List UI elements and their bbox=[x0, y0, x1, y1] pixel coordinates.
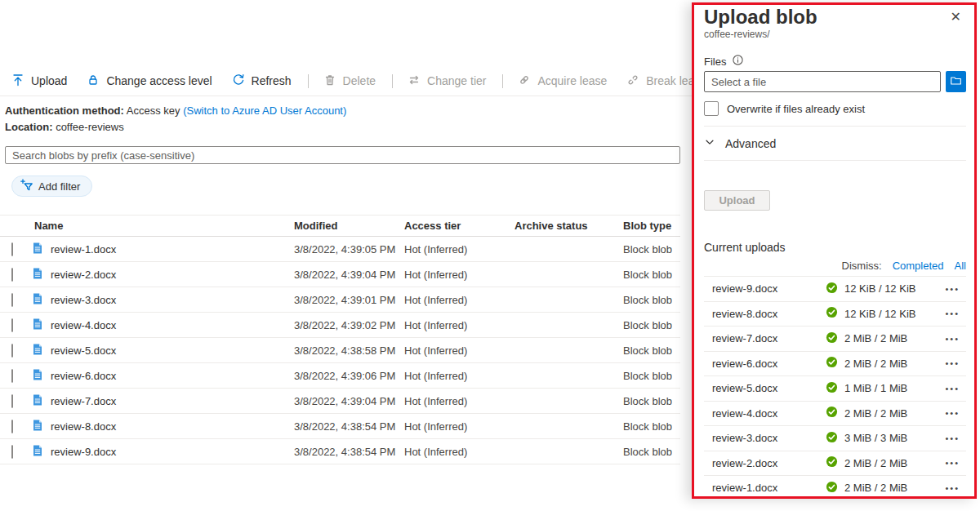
upload-list-item[interactable]: review-2.docx 2 MiB / 2 MiB ••• bbox=[704, 451, 966, 476]
upload-list-item[interactable]: review-1.docx 2 MiB / 2 MiB ••• bbox=[704, 475, 966, 499]
break-lease-button[interactable]: Break lease bbox=[626, 73, 693, 89]
toolbar-item-label: Change tier bbox=[427, 74, 486, 87]
document-icon bbox=[31, 267, 44, 282]
swap-arrows-icon bbox=[408, 73, 421, 89]
row-checkbox[interactable] bbox=[11, 242, 13, 256]
row-checkbox[interactable] bbox=[11, 420, 13, 433]
blob-name[interactable]: review-2.docx bbox=[51, 269, 116, 281]
upload-list-item[interactable]: review-9.docx 12 KiB / 12 KiB ••• bbox=[704, 276, 966, 301]
browse-files-button[interactable] bbox=[946, 71, 966, 92]
close-icon[interactable]: ✕ bbox=[946, 7, 966, 28]
blob-modified: 3/8/2022, 4:39:05 PM bbox=[294, 243, 404, 256]
success-check-icon bbox=[826, 356, 838, 371]
blob-name[interactable]: review-7.docx bbox=[51, 395, 116, 407]
delete-button[interactable]: Delete bbox=[323, 73, 376, 89]
blob-access-tier: Hot (Inferred) bbox=[404, 420, 514, 433]
blob-name[interactable]: review-9.docx bbox=[51, 446, 116, 458]
upload-list-item[interactable]: review-8.docx 12 KiB / 12 KiB ••• bbox=[704, 301, 966, 327]
upload-file-name: review-2.docx bbox=[704, 457, 826, 469]
upload-progress: 12 KiB / 12 KiB bbox=[844, 308, 915, 320]
switch-auth-link[interactable]: (Switch to Azure AD User Account) bbox=[183, 104, 346, 117]
toolbar-item-label: Change access level bbox=[106, 74, 212, 87]
upload-list-item[interactable]: review-6.docx 2 MiB / 2 MiB ••• bbox=[704, 351, 966, 376]
upload-list-item[interactable]: review-4.docx 2 MiB / 2 MiB ••• bbox=[704, 401, 966, 426]
column-header-blob-type[interactable]: Blob type bbox=[623, 220, 680, 232]
table-row[interactable]: review-7.docx 3/8/2022, 4:39:04 PM Hot (… bbox=[0, 389, 680, 414]
current-uploads-title: Current uploads bbox=[704, 240, 966, 255]
blob-modified: 3/8/2022, 4:39:04 PM bbox=[294, 395, 404, 407]
upload-file-name: review-8.docx bbox=[704, 308, 826, 320]
table-row[interactable]: review-2.docx 3/8/2022, 4:39:04 PM Hot (… bbox=[0, 262, 680, 287]
blob-name[interactable]: review-4.docx bbox=[51, 319, 116, 331]
column-header-modified[interactable]: Modified bbox=[294, 220, 404, 232]
blob-table-body: review-1.docx 3/8/2022, 4:39:05 PM Hot (… bbox=[0, 237, 680, 464]
dismiss-all-link[interactable]: All bbox=[955, 260, 966, 273]
table-row[interactable]: review-1.docx 3/8/2022, 4:39:05 PM Hot (… bbox=[0, 237, 680, 262]
table-row[interactable]: review-8.docx 3/8/2022, 4:38:54 PM Hot (… bbox=[0, 414, 680, 439]
upload-list-item[interactable]: review-3.docx 3 MiB / 3 MiB ••• bbox=[704, 425, 966, 451]
more-options-icon[interactable]: ••• bbox=[945, 426, 960, 451]
success-check-icon bbox=[826, 381, 838, 396]
toolbar-separator bbox=[392, 74, 393, 88]
more-options-icon[interactable]: ••• bbox=[945, 301, 960, 326]
add-filter-button[interactable]: Add filter bbox=[11, 176, 92, 197]
table-row[interactable]: review-5.docx 3/8/2022, 4:38:58 PM Hot (… bbox=[0, 338, 680, 363]
blob-name[interactable]: review-3.docx bbox=[51, 294, 116, 306]
blob-access-tier: Hot (Inferred) bbox=[404, 294, 514, 306]
table-row[interactable]: review-4.docx 3/8/2022, 4:39:02 PM Hot (… bbox=[0, 313, 680, 338]
blob-name[interactable]: review-1.docx bbox=[51, 243, 116, 256]
more-options-icon[interactable]: ••• bbox=[945, 327, 960, 351]
file-select-input[interactable] bbox=[704, 71, 941, 92]
blob-name[interactable]: review-5.docx bbox=[51, 344, 116, 357]
toolbar-divider bbox=[0, 96, 693, 96]
row-checkbox[interactable] bbox=[11, 394, 13, 408]
acquire-lease-button[interactable]: Acquire lease bbox=[518, 73, 607, 89]
table-row[interactable]: review-3.docx 3/8/2022, 4:39:01 PM Hot (… bbox=[0, 287, 680, 313]
blob-modified: 3/8/2022, 4:39:02 PM bbox=[294, 319, 404, 331]
toolbar-item-label: Upload bbox=[31, 74, 67, 87]
advanced-toggle[interactable]: Advanced bbox=[704, 127, 966, 160]
more-options-icon[interactable]: ••• bbox=[945, 401, 960, 425]
document-icon bbox=[31, 292, 44, 308]
column-header-name[interactable]: Name bbox=[31, 220, 294, 232]
dismiss-completed-link[interactable]: Completed bbox=[893, 260, 944, 273]
row-checkbox[interactable] bbox=[11, 318, 13, 332]
row-checkbox[interactable] bbox=[11, 344, 13, 358]
link-icon bbox=[518, 73, 531, 89]
row-checkbox[interactable] bbox=[11, 268, 13, 282]
column-header-access-tier[interactable]: Access tier bbox=[404, 220, 514, 232]
row-checkbox[interactable] bbox=[11, 369, 13, 383]
upload-file-name: review-4.docx bbox=[704, 407, 826, 420]
blob-name[interactable]: review-6.docx bbox=[51, 370, 116, 382]
blob-name[interactable]: review-8.docx bbox=[51, 420, 116, 433]
upload-list-item[interactable]: review-5.docx 1 MiB / 1 MiB ••• bbox=[704, 375, 966, 401]
add-filter-label: Add filter bbox=[38, 180, 80, 193]
more-options-icon[interactable]: ••• bbox=[945, 476, 960, 499]
more-options-icon[interactable]: ••• bbox=[945, 451, 960, 475]
overwrite-checkbox[interactable] bbox=[704, 101, 719, 116]
upload-list-item[interactable]: review-7.docx 2 MiB / 2 MiB ••• bbox=[704, 326, 966, 351]
blob-table-header: Name Modified Access tier Archive status… bbox=[0, 215, 680, 237]
toolbar-separator bbox=[308, 74, 309, 88]
row-checkbox[interactable] bbox=[11, 445, 13, 459]
upload-button[interactable]: Upload bbox=[11, 73, 67, 89]
refresh-button[interactable]: Refresh bbox=[232, 73, 292, 89]
more-options-icon[interactable]: ••• bbox=[945, 277, 960, 301]
change-access-level-button[interactable]: Change access level bbox=[87, 73, 212, 89]
document-icon bbox=[31, 419, 44, 434]
change-tier-button[interactable]: Change tier bbox=[408, 73, 486, 89]
location-line: Location: coffee-reviews bbox=[5, 119, 693, 136]
blob-modified: 3/8/2022, 4:39:01 PM bbox=[294, 294, 404, 306]
more-options-icon[interactable]: ••• bbox=[945, 351, 960, 375]
info-icon[interactable] bbox=[732, 54, 744, 69]
table-row[interactable]: review-6.docx 3/8/2022, 4:39:06 PM Hot (… bbox=[0, 363, 680, 389]
more-options-icon[interactable]: ••• bbox=[945, 376, 960, 401]
search-input[interactable] bbox=[5, 146, 680, 164]
blob-access-tier: Hot (Inferred) bbox=[404, 243, 514, 256]
panel-title: Upload blob bbox=[704, 7, 817, 28]
column-header-archive-status[interactable]: Archive status bbox=[514, 220, 623, 232]
table-row[interactable]: review-9.docx 3/8/2022, 4:38:54 PM Hot (… bbox=[0, 439, 680, 464]
panel-divider bbox=[704, 160, 966, 161]
upload-submit-button[interactable]: Upload bbox=[704, 190, 770, 211]
row-checkbox[interactable] bbox=[11, 293, 13, 307]
